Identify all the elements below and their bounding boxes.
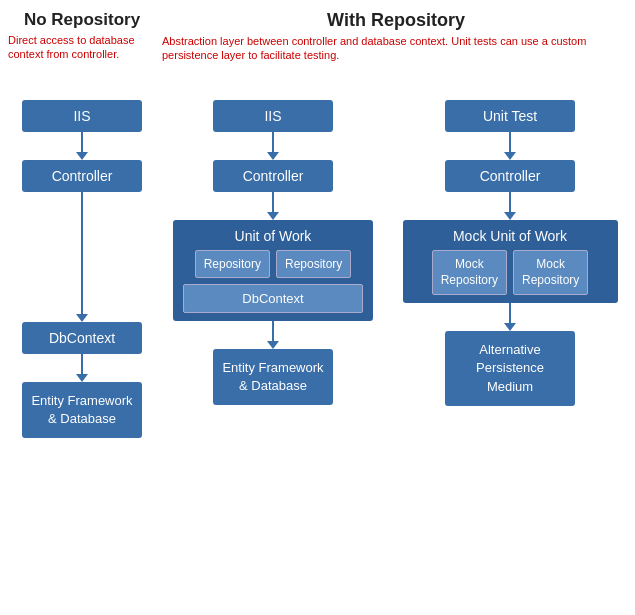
right-unit-of-work-box: Mock Unit of Work Mock Repository Mock R… — [403, 220, 618, 303]
left-header: No Repository Direct access to database … — [8, 10, 156, 62]
mid-iis-box: IIS — [213, 100, 333, 132]
right-column: Unit Test Controller Mock Unit of Work M… — [390, 100, 630, 406]
mid-repo-row: Repository Repository — [195, 250, 352, 278]
right-controller-box: Controller — [445, 160, 575, 192]
left-controller-box: Controller — [22, 160, 142, 192]
right-arrow-2 — [504, 192, 516, 220]
right-repo2: Mock Repository — [513, 250, 588, 295]
middle-column: IIS Controller Unit of Work Repository R… — [168, 100, 378, 405]
right-header: With Repository Abstraction layer betwee… — [162, 10, 630, 63]
left-arrow-2 — [76, 192, 88, 322]
with-repository-subtitle: Abstraction layer between controller and… — [162, 34, 630, 63]
right-arrow-1 — [504, 132, 516, 160]
mid-bottom-box: Entity Framework & Database — [213, 349, 333, 405]
mid-arrow-3 — [267, 321, 279, 349]
mid-controller-box: Controller — [213, 160, 333, 192]
mid-repo1: Repository — [195, 250, 270, 278]
mid-arrow-1 — [267, 132, 279, 160]
right-repo1: Mock Repository — [432, 250, 507, 295]
right-unit-of-work-title: Mock Unit of Work — [453, 228, 567, 244]
right-iis-box: Unit Test — [445, 100, 575, 132]
right-repo-row: Mock Repository Mock Repository — [432, 250, 589, 295]
mid-repo2: Repository — [276, 250, 351, 278]
mid-arrow-2 — [267, 192, 279, 220]
left-column: IIS Controller DbContext Entity Framewor… — [8, 100, 156, 438]
left-dbcontext-box: DbContext — [22, 322, 142, 354]
mid-unit-of-work-box: Unit of Work Repository Repository DbCon… — [173, 220, 373, 321]
right-arrow-3 — [504, 303, 516, 331]
left-iis-box: IIS — [22, 100, 142, 132]
left-arrow-3 — [76, 354, 88, 382]
mid-unit-of-work-title: Unit of Work — [235, 228, 312, 244]
right-bottom-box: Alternative Persistence Medium — [445, 331, 575, 406]
left-bottom-box: Entity Framework & Database — [22, 382, 142, 438]
with-repository-title: With Repository — [162, 10, 630, 31]
left-arrow-1 — [76, 132, 88, 160]
mid-dbcontext: DbContext — [183, 284, 363, 313]
left-subtitle: Direct access to database context from c… — [8, 33, 156, 62]
left-title: No Repository — [8, 10, 156, 30]
